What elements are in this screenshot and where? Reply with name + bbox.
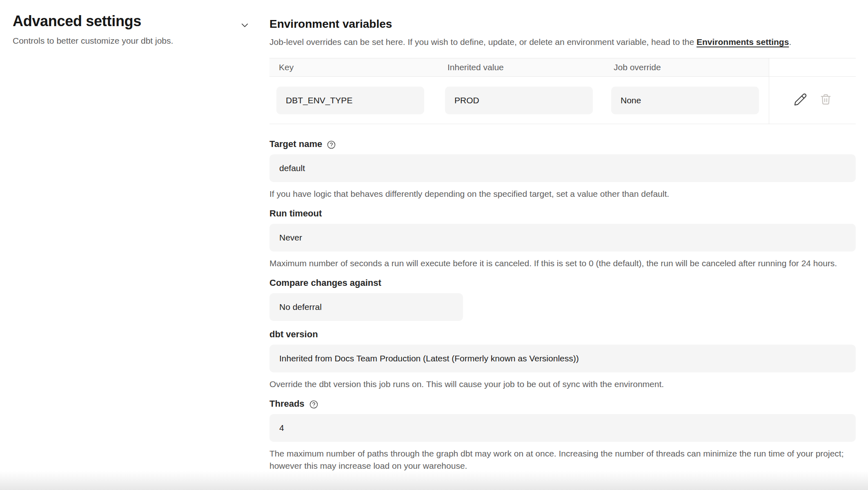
run-timeout-input[interactable]: Never	[269, 224, 856, 252]
env-var-key-value: DBT_ENV_TYPE	[276, 87, 424, 114]
dbt-version-label: dbt version	[269, 329, 318, 340]
threads-input[interactable]: 4	[269, 414, 856, 442]
target-name-label-row: Target name	[269, 138, 856, 150]
description-text: Job-level overrides can be set here. If …	[269, 37, 697, 47]
env-vars-heading: Environment variables	[269, 17, 856, 31]
run-timeout-section: Run timeout Never Maximum number of seco…	[269, 207, 856, 270]
bottom-scroll-fade	[0, 471, 868, 490]
inherited-value-cell: PROD	[438, 77, 604, 124]
description-period: .	[789, 37, 791, 47]
edit-button[interactable]	[793, 93, 807, 108]
compare-changes-label: Compare changes against	[269, 278, 381, 288]
target-name-helper: If you have logic that behaves different…	[269, 188, 856, 200]
run-timeout-helper: Maximum number of seconds a run will exe…	[269, 257, 856, 270]
column-header-inherited-value: Inherited value	[438, 58, 604, 76]
help-icon[interactable]	[309, 400, 318, 409]
pencil-icon	[793, 93, 807, 108]
env-vars-table: Key Inherited value Job override DBT_ENV…	[269, 58, 856, 124]
target-name-section: Target name default If you have logic th…	[269, 138, 856, 200]
compare-changes-select[interactable]: No deferral	[269, 293, 463, 321]
compare-changes-section: Compare changes against No deferral	[269, 277, 856, 321]
delete-button[interactable]	[819, 93, 832, 107]
compare-changes-label-row: Compare changes against	[269, 277, 856, 289]
dbt-version-helper: Override the dbt version this job runs o…	[269, 378, 856, 390]
dbt-version-select[interactable]: Inherited from Docs Team Production (Lat…	[269, 345, 856, 372]
env-var-job-override-value: None	[611, 87, 759, 114]
target-name-input[interactable]: default	[269, 154, 856, 182]
dbt-version-section: dbt version Inherited from Docs Team Pro…	[269, 328, 856, 390]
column-header-actions	[769, 58, 856, 76]
environments-settings-link[interactable]: Environments settings	[697, 37, 789, 47]
page-title: Advanced settings	[13, 12, 233, 30]
threads-label-row: Threads	[269, 398, 856, 410]
threads-label: Threads	[269, 399, 305, 409]
dbt-version-label-row: dbt version	[269, 328, 856, 341]
column-header-key: Key	[269, 58, 438, 76]
collapse-section-button[interactable]	[238, 20, 251, 32]
threads-section: Threads 4 The maximum number of paths th…	[269, 398, 856, 472]
trash-icon	[819, 93, 832, 107]
key-cell: DBT_ENV_TYPE	[269, 77, 438, 124]
help-icon[interactable]	[327, 140, 336, 149]
advanced-settings-page: { "colors": { "input_bg": "#f5f5f5", "ta…	[0, 0, 868, 490]
env-vars-description: Job-level overrides can be set here. If …	[269, 36, 856, 48]
column-header-job-override: Job override	[604, 58, 769, 76]
threads-helper: The maximum number of paths through the …	[269, 448, 856, 472]
advanced-settings-content: Environment variables Job-level override…	[269, 17, 856, 472]
run-timeout-label: Run timeout	[269, 208, 322, 219]
settings-sidebar: Advanced settings Controls to better cus…	[13, 12, 233, 47]
table-header-row: Key Inherited value Job override	[269, 58, 856, 77]
env-var-inherited-value: PROD	[445, 87, 593, 114]
run-timeout-label-row: Run timeout	[269, 207, 856, 220]
job-override-cell: None	[604, 77, 769, 124]
table-row: DBT_ENV_TYPE PROD None	[269, 77, 856, 124]
target-name-label: Target name	[269, 139, 322, 149]
row-actions-cell	[769, 77, 856, 124]
page-subtitle: Controls to better customize your dbt jo…	[13, 35, 233, 47]
chevron-down-icon	[239, 20, 250, 32]
